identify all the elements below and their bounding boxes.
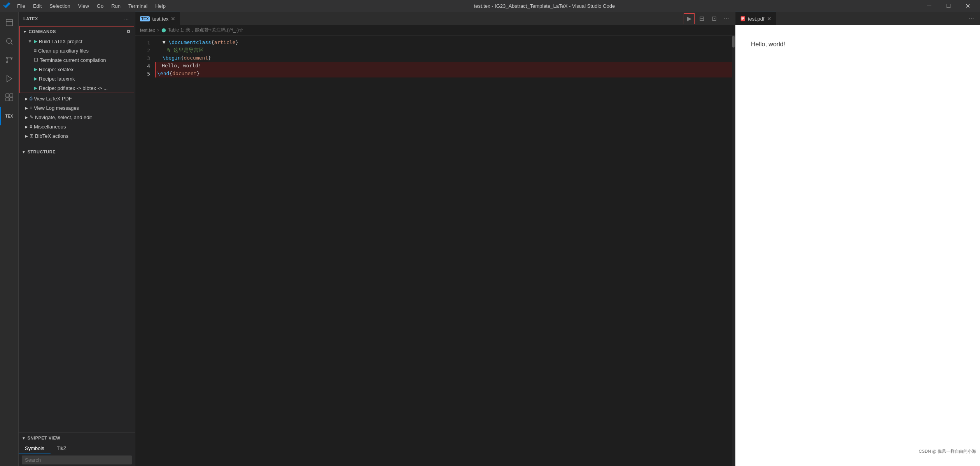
code-area[interactable]: ▼ \documentclass{article} % 这里是导言区 \begi…	[155, 35, 732, 466]
editor-tab-testx[interactable]: TEX test.tex ✕	[135, 12, 180, 25]
menu-file[interactable]: File	[14, 2, 28, 10]
menu-terminal[interactable]: Terminal	[125, 2, 150, 10]
minimize-button[interactable]: ─	[920, 0, 938, 12]
recipe-xelatex-play-icon: ▶	[34, 67, 37, 72]
svg-rect-0	[6, 19, 12, 26]
editor-area: TEX test.tex ✕ ▶ ⊟ ⊡ ··· test.tex > Tabl…	[135, 12, 735, 466]
log-icon: ≡	[30, 105, 32, 111]
run-button[interactable]: ▶	[684, 13, 695, 24]
layout-button[interactable]: ⊡	[709, 13, 719, 24]
navigate-item[interactable]: ▶ ✎ Navigate, select, and edit	[19, 113, 135, 122]
grid-icon: ≡	[34, 48, 37, 53]
sidebar-title: LATEX	[23, 16, 38, 21]
view-pdf-chevron-icon: ▶	[25, 97, 28, 101]
pdf-icon: ⎙	[30, 96, 32, 101]
terminate-item[interactable]: ☐ Terminate current compilation	[20, 55, 134, 65]
view-log-chevron-icon: ▶	[25, 106, 28, 110]
code-line-2: % 这里是导言区	[155, 46, 732, 54]
snippet-section: ▼ SNIPPET VIEW Symbols TikZ	[19, 433, 135, 466]
snippet-tabs: Symbols TikZ	[19, 443, 135, 454]
menu-help[interactable]: Help	[152, 2, 169, 10]
breadcrumb-section[interactable]: Table 1: 亲，能点赞+关注吗,(\^\_-)☆	[161, 27, 244, 33]
bibtex-chevron-icon: ▶	[25, 134, 28, 138]
bibtex-item[interactable]: ▶ ⊞ BibTeX actions	[19, 131, 135, 141]
recipe-pdflatex-item[interactable]: ▶ Recipe: pdflatex -> bibtex -> ...	[20, 83, 134, 93]
pdf-tab-close-icon[interactable]: ✕	[767, 16, 772, 22]
menu-selection[interactable]: Selection	[46, 2, 73, 10]
code-line-1: ▼ \documentclass{article}	[155, 39, 732, 46]
recipe-latexmk-label: Recipe: latexmk	[39, 76, 134, 82]
pdf-hello-world: Hello, world!	[751, 41, 964, 48]
snippet-search-container	[19, 454, 135, 466]
recipe-pdflatex-play-icon: ▶	[34, 85, 37, 91]
activity-run-debug[interactable]	[0, 69, 19, 88]
activity-extensions[interactable]	[0, 88, 19, 107]
recipe-xelatex-item[interactable]: ▶ Recipe: xelatex	[20, 65, 134, 74]
close-button[interactable]: ✕	[959, 0, 977, 12]
menu-go[interactable]: Go	[94, 2, 107, 10]
line-num-3: 3	[135, 54, 155, 62]
sidebar: LATEX ··· ▼ COMMANDS ⧉ ▼ ▶ Build LaTeX p…	[19, 12, 135, 466]
svg-point-3	[6, 62, 8, 63]
structure-section-label: STRUCTURE	[27, 149, 56, 154]
pdf-tab[interactable]: test.pdf ✕	[735, 12, 776, 25]
view-log-label: View Log messages	[34, 105, 135, 111]
activity-latex[interactable]: TEX	[0, 107, 19, 125]
activity-bar: TEX	[0, 12, 19, 466]
view-latex-pdf-label: View LaTeX PDF	[34, 96, 135, 102]
sidebar-spacer	[19, 157, 135, 433]
bibtex-label: BibTeX actions	[35, 133, 135, 139]
menu-view[interactable]: View	[75, 2, 92, 10]
structure-section-header[interactable]: ▼ STRUCTURE	[19, 147, 135, 157]
svg-rect-9	[9, 98, 12, 101]
sidebar-more-button[interactable]: ···	[122, 15, 130, 23]
view-latex-pdf-item[interactable]: ▶ ⎙ View LaTeX PDF	[19, 94, 135, 103]
editor-content: 1 2 3 4 5 ▼ \documentclass{article} % 这里…	[135, 35, 735, 466]
breadcrumb-file[interactable]: test.tex	[140, 28, 155, 33]
editor-scrollbar[interactable]	[732, 35, 735, 466]
line-num-2: 2	[135, 46, 155, 54]
snippet-search-input[interactable]	[22, 455, 132, 464]
vscode-logo-icon	[3, 2, 11, 10]
code-line-3: \begin{document}	[155, 54, 732, 62]
sidebar-copy-icon[interactable]: ⧉	[127, 29, 131, 34]
code-line-4: Hello, world!	[155, 62, 732, 70]
miscellaneous-item[interactable]: ▶ ≡ Miscellaneous	[19, 122, 135, 131]
activity-search[interactable]	[0, 32, 19, 51]
build-latex-item[interactable]: ▼ ▶ Build LaTeX project	[20, 37, 134, 46]
activity-explorer[interactable]	[0, 13, 19, 32]
editor-tab-close-icon[interactable]: ✕	[171, 16, 175, 22]
line-numbers: 1 2 3 4 5	[135, 35, 155, 466]
pdf-tab-actions: ···	[966, 13, 980, 24]
pdf-tab-bar: test.pdf ✕ ···	[735, 12, 980, 25]
split-editor-button[interactable]: ⊟	[696, 13, 707, 24]
commands-section-header[interactable]: ▼ COMMANDS ⧉	[20, 26, 134, 37]
commands-chevron-icon: ▼	[23, 30, 27, 34]
clean-aux-label: Clean up auxiliary files	[38, 48, 134, 54]
more-actions-button[interactable]: ···	[721, 13, 732, 24]
recipe-latexmk-item[interactable]: ▶ Recipe: latexmk	[20, 74, 134, 83]
watermark: CSDN @ 像风一样自由的小海	[919, 448, 976, 454]
pdf-page: Hello, world!	[751, 41, 964, 48]
svg-rect-8	[5, 98, 9, 101]
navigate-icon: ✎	[30, 114, 33, 120]
view-log-item[interactable]: ▶ ≡ View Log messages	[19, 103, 135, 113]
menu-edit[interactable]: Edit	[30, 2, 45, 10]
snippet-section-header[interactable]: ▼ SNIPPET VIEW	[19, 433, 135, 443]
pdf-more-actions[interactable]: ···	[966, 13, 977, 24]
titlebar-menu: File Edit Selection View Go Run Terminal…	[14, 2, 169, 10]
snippet-tab-tikz[interactable]: TikZ	[51, 443, 73, 454]
titlebar-controls: ─ □ ✕	[920, 0, 977, 12]
commands-section-label: COMMANDS	[28, 29, 56, 34]
line-num-5: 5	[135, 70, 155, 77]
navigate-chevron-icon: ▶	[25, 115, 28, 120]
line-num-1: 1	[135, 39, 155, 46]
activity-source-control[interactable]	[0, 51, 19, 69]
maximize-button[interactable]: □	[940, 0, 957, 12]
snippet-tab-symbols[interactable]: Symbols	[19, 443, 51, 454]
terminate-label: Terminate current compilation	[40, 57, 134, 63]
play-icon: ▶	[34, 39, 37, 44]
menu-run[interactable]: Run	[108, 2, 124, 10]
titlebar-left: File Edit Selection View Go Run Terminal…	[3, 2, 169, 10]
clean-aux-item[interactable]: ≡ Clean up auxiliary files	[20, 46, 134, 55]
